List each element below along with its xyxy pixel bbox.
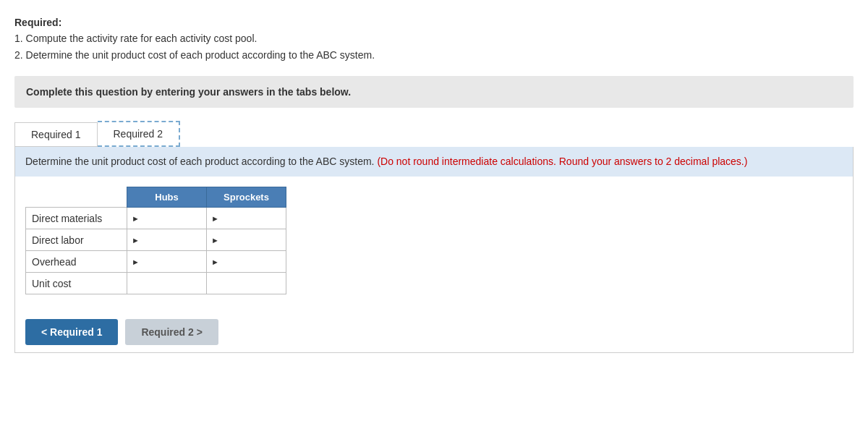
row-overhead: Overhead ► ►	[26, 251, 286, 273]
hubs-overhead-input[interactable]	[141, 253, 206, 271]
label-overhead: Overhead	[26, 251, 127, 273]
next-button[interactable]: Required 2 >	[125, 319, 218, 345]
hubs-direct-labor-cell[interactable]: ►	[127, 229, 207, 251]
instructions-line2: 2. Determine the unit product cost of ea…	[14, 47, 854, 63]
hubs-unit-cost-cell[interactable]	[127, 273, 207, 294]
sprockets-direct-labor-input[interactable]	[221, 232, 286, 249]
arrow-icon-sprockets-dl: ►	[211, 236, 219, 245]
row-direct-labor: Direct labor ► ►	[26, 229, 286, 251]
tab-required-1[interactable]: Required 1	[14, 122, 98, 147]
arrow-icon-hubs-dm: ►	[132, 214, 140, 223]
question-header: Determine the unit product cost of each …	[15, 147, 853, 177]
arrow-icon-sprockets-dm: ►	[211, 214, 219, 223]
col-header-sprockets: Sprockets	[207, 187, 286, 208]
row-direct-materials: Direct materials ► ►	[26, 208, 286, 229]
row-unit-cost: Unit cost	[26, 273, 286, 294]
label-unit-cost: Unit cost	[26, 273, 127, 294]
arrow-icon-hubs-dl: ►	[132, 236, 140, 245]
cost-table: Hubs Sprockets Direct materials ►	[25, 187, 286, 294]
hubs-unit-cost-input[interactable]	[132, 275, 206, 292]
sprockets-unit-cost-input[interactable]	[211, 275, 286, 292]
sprockets-overhead-cell[interactable]: ►	[207, 251, 286, 273]
gray-info-box: Complete this question by entering your …	[14, 76, 854, 108]
instructions-line1: 1. Compute the activity rate for each ac…	[14, 30, 854, 46]
hubs-overhead-cell[interactable]: ►	[127, 251, 207, 273]
hubs-direct-labor-input[interactable]	[141, 232, 206, 249]
arrow-icon-hubs-oh: ►	[132, 258, 140, 266]
col-header-empty	[26, 187, 127, 208]
tabs-row: Required 1 Required 2	[14, 121, 854, 147]
col-header-hubs: Hubs	[127, 187, 207, 208]
question-main-text: Determine the unit product cost of each …	[25, 156, 374, 167]
table-section: Hubs Sprockets Direct materials ►	[15, 177, 853, 305]
sprockets-direct-labor-cell[interactable]: ►	[207, 229, 286, 251]
question-note: (Do not round intermediate calculations.…	[377, 156, 747, 167]
arrow-icon-sprockets-oh: ►	[211, 258, 219, 266]
sprockets-unit-cost-cell[interactable]	[207, 273, 286, 294]
instructions-label: Required:	[14, 14, 854, 30]
bottom-navigation: < Required 1 Required 2 >	[15, 319, 853, 352]
hubs-direct-materials-input[interactable]	[141, 210, 206, 227]
sprockets-direct-materials-input[interactable]	[221, 210, 286, 227]
label-direct-materials: Direct materials	[26, 208, 127, 229]
content-area: Determine the unit product cost of each …	[14, 147, 854, 353]
gray-box-text: Complete this question by entering your …	[26, 86, 842, 98]
prev-button[interactable]: < Required 1	[25, 319, 118, 345]
instructions-block: Required: 1. Compute the activity rate f…	[14, 14, 854, 63]
sprockets-direct-materials-cell[interactable]: ►	[207, 208, 286, 229]
hubs-direct-materials-cell[interactable]: ►	[127, 208, 207, 229]
tab-required-2[interactable]: Required 2	[98, 121, 181, 147]
label-direct-labor: Direct labor	[26, 229, 127, 251]
sprockets-overhead-input[interactable]	[221, 253, 286, 271]
